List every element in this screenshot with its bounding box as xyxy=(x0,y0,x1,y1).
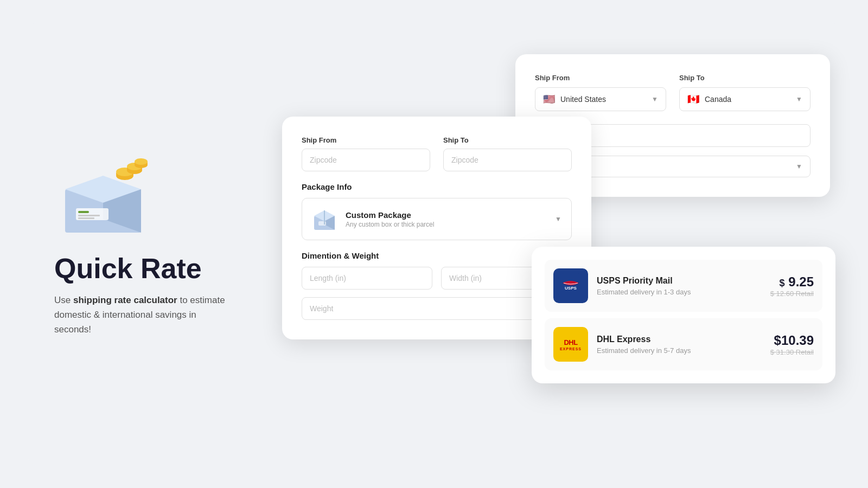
to-zipcode-input[interactable] xyxy=(443,149,572,171)
dhl-logo: DHL EXPRESS xyxy=(553,327,588,362)
package-selector[interactable]: Custom Package Any custom box or thick p… xyxy=(302,198,572,240)
ship-to-country-back: Canada xyxy=(705,95,731,104)
result-item-usps: USPS USPS Priority Mail Estimated delive… xyxy=(545,260,822,312)
length-input[interactable] xyxy=(302,267,432,290)
chevron-down-icon-package: ▼ xyxy=(555,215,561,223)
ship-to-label-back: Ship To xyxy=(679,74,810,82)
ship-to-dropdown-back[interactable]: 🇨🇦 Canada ▼ xyxy=(679,87,810,111)
box-illustration xyxy=(54,151,152,238)
usps-price: $ 9.25 xyxy=(770,274,814,290)
package-icon xyxy=(312,206,338,232)
svg-rect-19 xyxy=(318,221,326,226)
package-name: Custom Package xyxy=(346,210,434,220)
ship-to-label-front: Ship To xyxy=(443,136,572,144)
us-flag-icon: 🇺🇸 xyxy=(543,94,555,104)
right-panel: Ship From 🇺🇸 United States ▼ Ship To 🇨🇦 xyxy=(255,22,841,466)
dhl-carrier-name: DHL Express xyxy=(597,335,762,344)
chevron-down-icon-from: ▼ xyxy=(652,95,658,103)
results-card: USPS USPS Priority Mail Estimated delive… xyxy=(532,247,835,383)
ca-flag-icon: 🇨🇦 xyxy=(687,94,699,104)
left-panel: Quick Rate Use shipping rate calculator … xyxy=(27,130,255,359)
ship-from-label-front: Ship From xyxy=(302,136,430,144)
dhl-price: $10.39 xyxy=(770,333,814,348)
svg-text:USPS: USPS xyxy=(565,286,577,291)
usps-logo: USPS xyxy=(553,268,588,303)
usps-carrier-name: USPS Priority Mail xyxy=(597,276,762,286)
chevron-down-icon-state: ▼ xyxy=(796,163,802,170)
svg-rect-5 xyxy=(78,215,100,216)
ship-from-dropdown-back[interactable]: 🇺🇸 United States ▼ xyxy=(535,87,666,111)
app-title: Quick Rate xyxy=(54,253,228,284)
package-desc: Any custom box or thick parcel xyxy=(346,221,434,228)
dhl-retail-price: $ 31.30 Retail xyxy=(770,348,814,356)
chevron-down-icon-to: ▼ xyxy=(796,95,802,103)
svg-point-15 xyxy=(135,158,148,165)
result-item-dhl: DHL EXPRESS DHL Express Estimated delive… xyxy=(545,318,822,370)
usps-retail-price: $ 12.60 Retail xyxy=(770,290,814,298)
usps-delivery: Estimated delivery in 1-3 days xyxy=(597,288,762,296)
ship-from-country-back: United States xyxy=(560,95,606,104)
from-zipcode-input[interactable] xyxy=(302,149,430,171)
package-info-title: Package Info xyxy=(302,182,572,191)
svg-rect-4 xyxy=(78,211,89,213)
app-description: Use shipping rate calculator to estimate… xyxy=(54,293,228,337)
ship-from-label-back: Ship From xyxy=(535,74,666,82)
dhl-delivery: Estimated delivery in 5-7 days xyxy=(597,346,762,355)
svg-rect-6 xyxy=(78,217,94,219)
